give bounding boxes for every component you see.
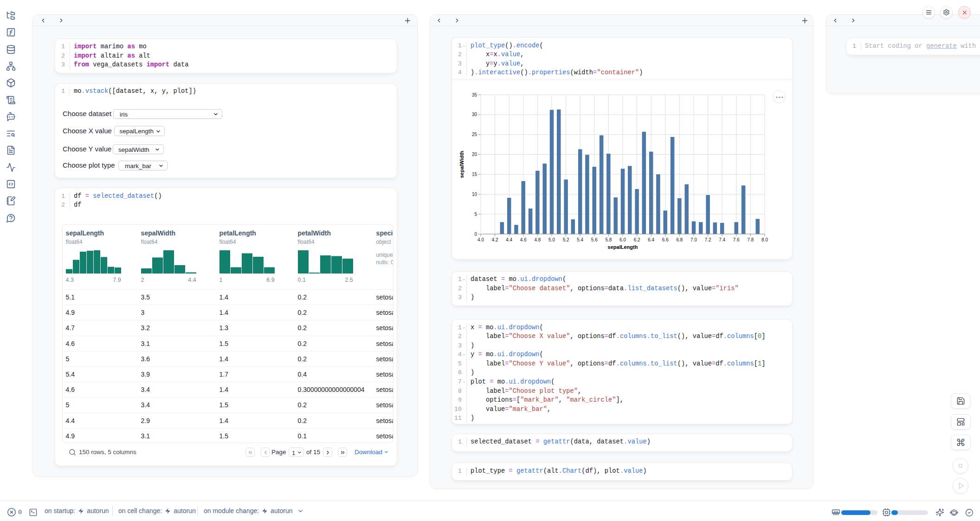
svg-text:4.4: 4.4 [506,237,512,242]
svg-text:7.4: 7.4 [719,237,725,242]
svg-text:5.2: 5.2 [563,237,569,242]
svg-text:8.0: 8.0 [761,237,768,242]
svg-text:0: 0 [474,232,477,237]
svg-text:5.4: 5.4 [577,237,583,242]
svg-text:30: 30 [472,112,477,117]
svg-text:35: 35 [472,92,477,98]
svg-text:15: 15 [472,172,477,177]
svg-text:4.0: 4.0 [477,237,484,242]
svg-text:5: 5 [474,212,477,217]
svg-text:20: 20 [472,152,477,157]
svg-text:7.6: 7.6 [733,237,740,242]
svg-text:7.2: 7.2 [705,237,711,242]
svg-text:7.0: 7.0 [690,237,697,242]
svg-text:10: 10 [472,192,477,197]
svg-text:5.8: 5.8 [605,237,612,242]
svg-text:7.8: 7.8 [747,237,754,242]
svg-text:4.8: 4.8 [534,237,541,242]
svg-text:sepalWidth: sepalWidth [459,150,464,178]
svg-text:5.6: 5.6 [591,237,598,242]
svg-text:6.2: 6.2 [634,237,640,242]
svg-text:5.0: 5.0 [548,237,555,242]
svg-text:6.0: 6.0 [619,237,626,242]
svg-text:4.2: 4.2 [492,237,498,242]
svg-text:sepalLength: sepalLength [608,244,638,250]
svg-text:6.6: 6.6 [662,237,669,242]
svg-text:4.6: 4.6 [520,237,527,242]
svg-text:6.4: 6.4 [648,237,654,242]
svg-text:6.8: 6.8 [676,237,683,242]
svg-text:25: 25 [472,132,477,137]
